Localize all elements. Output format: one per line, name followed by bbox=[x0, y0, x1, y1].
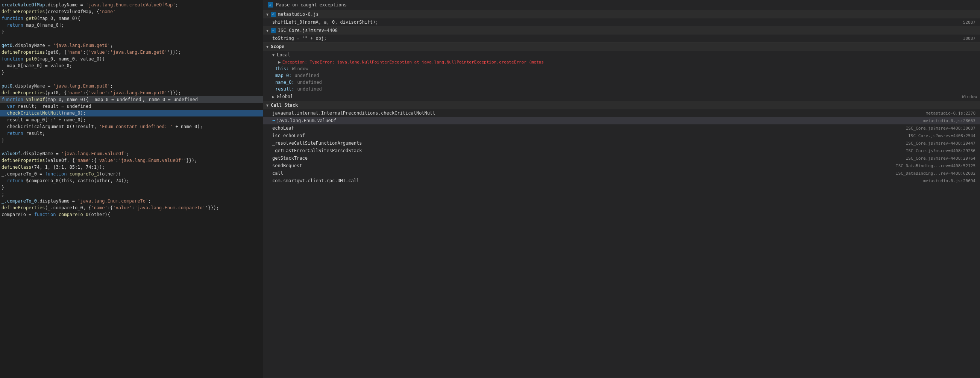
call-stack-item-5[interactable]: _getLastErrorCallSitesParsedStackISC_Cor… bbox=[263, 147, 980, 154]
code-line-31: compareTo = function compareTo_0(other){ bbox=[0, 211, 263, 218]
code-line-13: defineProperties(put0, {'name':{'value':… bbox=[0, 89, 263, 96]
call-stack-item-8[interactable]: callISC_DataBinding...rev=4408:62002 bbox=[263, 170, 980, 177]
code-line-20: } bbox=[0, 137, 263, 143]
token: var bbox=[7, 103, 15, 110]
token: } bbox=[2, 137, 4, 143]
call-stack-item-loc: ISC_Core.js?msrev=4408:29764 bbox=[906, 156, 975, 161]
frame-isc-checkbox[interactable]: ✓ bbox=[271, 28, 276, 33]
frame-metastudio-title: metastudio-0.js bbox=[278, 12, 318, 17]
token: function bbox=[2, 96, 26, 103]
token: return bbox=[7, 22, 23, 29]
call-stack-item-loc: ISC_Core.js?msrev=4408:29236 bbox=[906, 148, 975, 153]
token: :{ bbox=[83, 49, 88, 56]
frame-metastudio-checkbox[interactable]: ✓ bbox=[271, 12, 276, 17]
token bbox=[2, 22, 7, 29]
code-line-22: valueOf.displayName = 'java.lang.Enum.va… bbox=[0, 150, 263, 157]
call-stack-item-loc: ISC_Core.js?msrev=4408:30087 bbox=[906, 126, 975, 131]
code-line-26: return $compareTo_0(this, castTo(other, … bbox=[0, 177, 263, 184]
token: ; bbox=[175, 2, 178, 8]
code-line-17: result = map_0[':' + name_0]; bbox=[0, 116, 263, 123]
frame-isc: ▼ ✓ ISC_Core.js?msrev=4408 toString = ""… bbox=[263, 26, 980, 43]
token: : bbox=[132, 205, 135, 211]
token: '}}); bbox=[167, 49, 181, 56]
call-stack-item-2[interactable]: echoLeafISC_Core.js?msrev=4408:30087 bbox=[263, 124, 980, 132]
call-stack-item-9[interactable]: com.smartgwt.client.rpc.DMI.callmetastud… bbox=[263, 177, 980, 184]
token: 'java.lang.Enum.put0' bbox=[110, 89, 167, 96]
frame-metastudio-header[interactable]: ▼ ✓ metastudio-0.js bbox=[263, 10, 980, 18]
frame-isc-item[interactable]: toString = "" + obj; 30087 bbox=[263, 35, 980, 42]
call-stack-item-name: sendRequest bbox=[272, 163, 896, 168]
token: ; bbox=[2, 191, 4, 198]
call-stack-item-7[interactable]: sendRequestISC_DataBinding...rev=4408:52… bbox=[263, 162, 980, 170]
code-line-18: checkCriticalArgument_0(!!result, 'Enum … bbox=[0, 123, 263, 130]
call-stack-item-0[interactable]: javaemul.internal.InternalPreconditions.… bbox=[263, 110, 980, 117]
code-line-1: defineProperties(createValueOfMap, {'nam… bbox=[0, 8, 263, 15]
token: compareTo_1 bbox=[70, 171, 99, 177]
pause-exceptions-label: Pause on caught exceptions bbox=[276, 2, 347, 8]
token: 'name' bbox=[67, 49, 83, 56]
token: map_0[name_0]; bbox=[23, 22, 64, 29]
token: (createValueOfMap, { bbox=[45, 8, 100, 15]
token: return bbox=[7, 177, 23, 184]
token: 'java.lang.Enum.createValueOfMap' bbox=[86, 2, 175, 8]
token: defineProperties bbox=[2, 49, 45, 56]
token: } bbox=[2, 69, 4, 76]
call-stack-item-name: _getLastErrorCallSitesParsedStack bbox=[272, 148, 906, 153]
code-line-12: put0.displayName = 'java.lang.Enum.put0'… bbox=[0, 83, 263, 89]
token: defineProperties bbox=[2, 89, 45, 96]
token: 'java.lang.Enum.compareTo' bbox=[135, 205, 205, 211]
call-stack-item-4[interactable]: _resolveCallSiteFunctionArgumentsISC_Cor… bbox=[263, 140, 980, 147]
token: checkCriticalNotNull bbox=[7, 110, 61, 116]
code-line-19: return result; bbox=[0, 130, 263, 137]
token: (74, 1, {3:1, 85:1, 74:1}); bbox=[31, 164, 105, 171]
call-stack-header[interactable]: ▼ Call Stack bbox=[263, 101, 980, 110]
frame-isc-header[interactable]: ▼ ✓ ISC_Core.js?msrev=4408 bbox=[263, 26, 980, 35]
scope-section: ▼ Scope ▼ Local ▶ Exception: TypeError: … bbox=[263, 43, 980, 101]
token: '}}); bbox=[167, 89, 181, 96]
code-line-4: } bbox=[0, 29, 263, 35]
call-stack-item-6[interactable]: getStackTraceISC_Core.js?msrev=4408:2976… bbox=[263, 154, 980, 162]
code-line-9: map_0[name_0] = value_0; bbox=[0, 62, 263, 69]
token: defineProperties bbox=[2, 8, 45, 15]
scope-global-header[interactable]: ▶ Global Window bbox=[263, 92, 980, 101]
scope-header[interactable]: ▼ Scope bbox=[263, 43, 980, 51]
token: .displayName = bbox=[45, 2, 86, 8]
token: 'Enum constant undefined: ' bbox=[99, 123, 173, 130]
frame-metastudio: ▼ ✓ metastudio-0.js shiftLeft_0(normA, a… bbox=[263, 10, 980, 26]
call-stack-item-1[interactable]: ➜java.lang.Enum.valueOfmetastudio-0.js:2… bbox=[263, 117, 980, 124]
token: , bbox=[142, 96, 147, 103]
frame-metastudio-item[interactable]: shiftLeft_0(normA, a, 0, divisorShift); … bbox=[263, 18, 980, 26]
this-key: this: bbox=[275, 66, 289, 71]
call-stack-item-loc: ISC_DataBinding...rev=4408:52125 bbox=[896, 164, 975, 168]
call-stack-item-loc: metastudio-0.js:2370 bbox=[926, 111, 975, 116]
name0-val: undefined bbox=[298, 79, 322, 85]
token: 'name' bbox=[67, 89, 83, 96]
token: (put0, { bbox=[45, 89, 67, 96]
token: } bbox=[2, 184, 4, 191]
token: (get0, { bbox=[45, 49, 67, 56]
frame-isc-item-name: toString = "" + obj; bbox=[272, 36, 963, 41]
token bbox=[2, 177, 7, 184]
token: valueOf bbox=[2, 150, 21, 157]
token: ; bbox=[126, 150, 129, 157]
token: : bbox=[108, 89, 110, 96]
pause-exceptions-checkbox[interactable]: ✓ bbox=[268, 2, 273, 8]
pause-exceptions-row: ✓ Pause on caught exceptions bbox=[263, 0, 980, 10]
code-line-16: checkCriticalNotNull(name_0); bbox=[0, 110, 263, 116]
scope-local-header[interactable]: ▼ Local bbox=[263, 51, 980, 59]
token bbox=[2, 130, 7, 137]
token: ; bbox=[148, 198, 151, 205]
token: checkCriticalArgument_0(!!result, bbox=[2, 123, 99, 130]
call-stack-item-loc: metastudio-0.js:20694 bbox=[923, 178, 975, 183]
code-line-7: defineProperties(get0, {'name':{'value':… bbox=[0, 49, 263, 56]
code-line-8: function put0(map_0, name_0, value_0){ bbox=[0, 56, 263, 62]
token: .displayName = bbox=[21, 150, 61, 157]
token: 'name' bbox=[91, 205, 107, 211]
call-stack-item-3[interactable]: isc_echoLeafISC_Core.js?msrev=4408:2544 bbox=[263, 132, 980, 140]
token: $compareTo_0(this, castTo(other, 74)); bbox=[23, 177, 129, 184]
chevron-down-icon: ▼ bbox=[266, 13, 269, 16]
token: createValueOfMap bbox=[2, 2, 45, 8]
code-line-29: _.compareTo_0.displayName = 'java.lang.E… bbox=[0, 198, 263, 205]
code-editor[interactable]: createValueOfMap.displayName = 'java.lan… bbox=[0, 0, 263, 378]
token: result; result = undefined bbox=[15, 103, 91, 110]
